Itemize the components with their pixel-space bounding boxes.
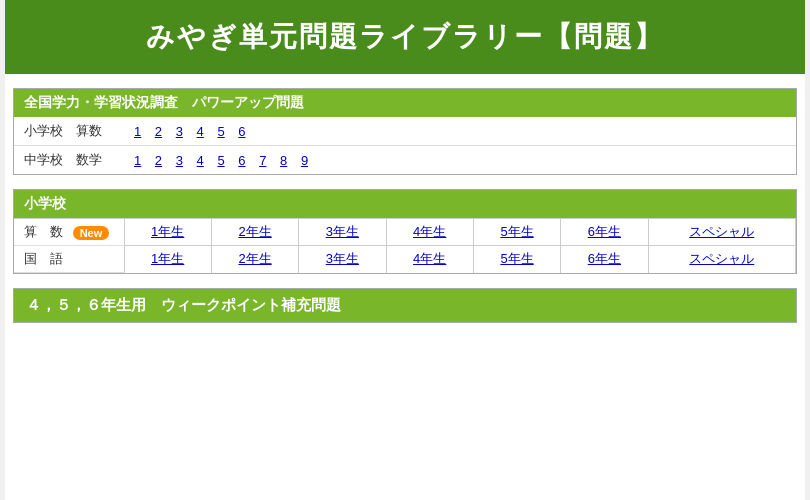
kokugo-grade-1: 1年生 [124, 246, 211, 273]
sansu-1nen-link[interactable]: 1年生 [151, 224, 184, 239]
new-badge: New [73, 226, 110, 240]
kokugo-2nen-link[interactable]: 2年生 [238, 251, 271, 266]
kokugo-special: スペシャル [648, 246, 795, 273]
sansu-3nen-link[interactable]: 3年生 [326, 224, 359, 239]
kokugo-grade-3: 3年生 [299, 246, 386, 273]
section-weakpoint: ４，５，６年生用 ウィークポイント補充問題 [13, 288, 797, 323]
sansu-link-2[interactable]: 2 [155, 124, 162, 139]
sansu-special: スペシャル [648, 219, 795, 246]
section-zenkoku: 全国学力・学習状況調査 パワーアップ問題 小学校 算数 1 2 3 4 5 6 … [13, 88, 797, 175]
table-row: 中学校 数学 1 2 3 4 5 6 7 8 9 [14, 146, 796, 175]
sansu-link-3[interactable]: 3 [176, 124, 183, 139]
sansu-5nen-link[interactable]: 5年生 [500, 224, 533, 239]
sansu-link-6[interactable]: 6 [238, 124, 245, 139]
row-label-kokugo: 国 語 [14, 246, 124, 273]
row-links-chugaku-suugaku: 1 2 3 4 5 6 7 8 9 [124, 146, 796, 175]
sansu-link-4[interactable]: 4 [197, 124, 204, 139]
row-label-chugaku-suugaku: 中学校 数学 [14, 146, 124, 175]
sansu-link-1[interactable]: 1 [134, 124, 141, 139]
suugaku-link-4[interactable]: 4 [197, 153, 204, 168]
section-shougakkou-header: 小学校 [14, 190, 796, 218]
table-row: 小学校 算数 1 2 3 4 5 6 [14, 117, 796, 146]
sansu-grade-5: 5年生 [473, 219, 560, 246]
suugaku-link-6[interactable]: 6 [238, 153, 245, 168]
table-row-sansu: 算 数 New 1年生 2年生 3年生 4年生 5年生 6年生 スペシャル [14, 219, 796, 246]
row-links-shougaku-sansu: 1 2 3 4 5 6 [124, 117, 796, 146]
suugaku-link-9[interactable]: 9 [301, 153, 308, 168]
sansu-link-5[interactable]: 5 [217, 124, 224, 139]
sansu-2nen-link[interactable]: 2年生 [238, 224, 271, 239]
section-shougakkou: 小学校 算 数 New 1年生 2年生 3年生 4年生 5年生 6年生 スペシャ… [13, 189, 797, 274]
section-zenkoku-header: 全国学力・学習状況調査 パワーアップ問題 [14, 89, 796, 117]
table-row-kokugo: 国 語 1年生 2年生 3年生 4年生 5年生 6年生 スペシャル [14, 246, 796, 273]
kokugo-special-link[interactable]: スペシャル [689, 251, 754, 266]
kokugo-5nen-link[interactable]: 5年生 [500, 251, 533, 266]
sansu-special-link[interactable]: スペシャル [689, 224, 754, 239]
sansu-grade-4: 4年生 [386, 219, 473, 246]
page-title: みやぎ単元問題ライブラリー【問題】 [25, 18, 785, 56]
suugaku-link-3[interactable]: 3 [176, 153, 183, 168]
kokugo-grade-4: 4年生 [386, 246, 473, 273]
suugaku-link-8[interactable]: 8 [280, 153, 287, 168]
kokugo-1nen-link[interactable]: 1年生 [151, 251, 184, 266]
kokugo-4nen-link[interactable]: 4年生 [413, 251, 446, 266]
page-header: みやぎ単元問題ライブラリー【問題】 [5, 0, 805, 74]
suugaku-link-7[interactable]: 7 [259, 153, 266, 168]
kokugo-6nen-link[interactable]: 6年生 [588, 251, 621, 266]
sansu-grade-2: 2年生 [211, 219, 298, 246]
row-label-sansu: 算 数 New [14, 219, 124, 246]
suugaku-link-5[interactable]: 5 [217, 153, 224, 168]
kokugo-grade-5: 5年生 [473, 246, 560, 273]
suugaku-link-2[interactable]: 2 [155, 153, 162, 168]
sansu-grade-6: 6年生 [561, 219, 648, 246]
sansu-4nen-link[interactable]: 4年生 [413, 224, 446, 239]
suugaku-link-1[interactable]: 1 [134, 153, 141, 168]
sansu-grade-3: 3年生 [299, 219, 386, 246]
kokugo-grade-6: 6年生 [561, 246, 648, 273]
sansu-grade-1: 1年生 [124, 219, 211, 246]
section-weakpoint-header: ４，５，６年生用 ウィークポイント補充問題 [14, 289, 796, 322]
kokugo-grade-2: 2年生 [211, 246, 298, 273]
row-label-shougaku-sansu: 小学校 算数 [14, 117, 124, 146]
kokugo-3nen-link[interactable]: 3年生 [326, 251, 359, 266]
sansu-6nen-link[interactable]: 6年生 [588, 224, 621, 239]
